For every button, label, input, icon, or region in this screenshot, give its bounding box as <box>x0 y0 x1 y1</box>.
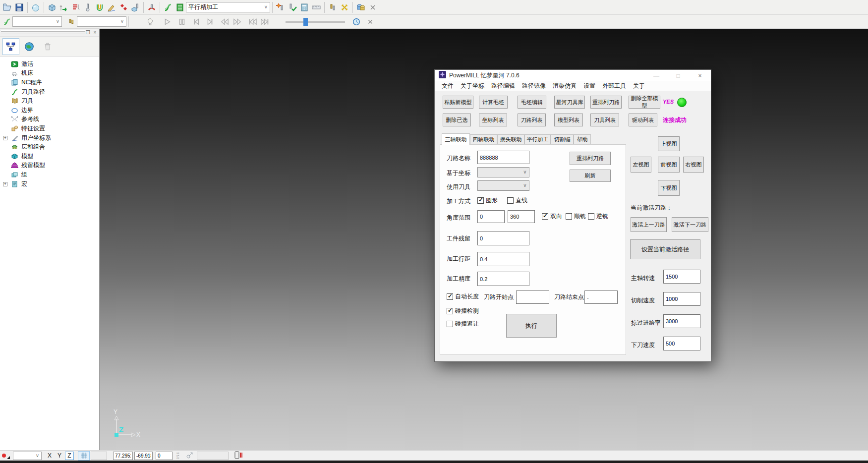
tab-saw[interactable]: 切割锯 <box>551 134 574 145</box>
tree-item-group[interactable]: 组 <box>0 170 99 179</box>
auto-length-checkbox[interactable] <box>447 293 453 300</box>
close-button[interactable]: × <box>689 70 711 81</box>
climb-checkbox[interactable] <box>566 213 572 220</box>
block-icon[interactable] <box>46 1 58 13</box>
coord-y-field[interactable] <box>134 452 153 460</box>
tree-item-workplane[interactable]: +用户坐标系 <box>0 133 99 143</box>
tool-check-icon[interactable] <box>287 1 298 13</box>
spindle-speed-input[interactable] <box>663 270 700 284</box>
conventional-checkbox[interactable] <box>588 213 594 220</box>
set-active-path-button[interactable]: 设置当前激活路径 <box>630 239 700 259</box>
tab-parallel[interactable]: 平行加工 <box>524 134 551 145</box>
start-point-input[interactable] <box>516 290 549 304</box>
view-bottom-button[interactable]: 下视图 <box>658 180 680 196</box>
tree-item-tools[interactable]: 刀具 <box>0 96 99 106</box>
line-checkbox[interactable] <box>507 197 514 204</box>
collision-check-icon[interactable] <box>146 1 158 13</box>
float-panel-icon[interactable]: ❐ <box>85 29 91 36</box>
tool-pair-icon[interactable] <box>327 1 339 13</box>
tool-icon[interactable] <box>66 16 77 27</box>
maximize-button[interactable]: □ <box>667 70 689 81</box>
toolpath-block-icon[interactable] <box>129 1 141 13</box>
toolpath-name-input[interactable] <box>477 151 529 164</box>
rewind-icon[interactable] <box>219 16 230 27</box>
tree-item-toolpath[interactable]: 刀具路径 <box>0 87 99 97</box>
menu-path-edit[interactable]: 路径编辑 <box>488 81 518 91</box>
refresh-button[interactable]: 刷新 <box>570 170 611 182</box>
strategy-list-icon[interactable] <box>174 1 186 13</box>
grid-toggle-button[interactable] <box>78 451 90 461</box>
tree-item-machine[interactable]: 机床 <box>0 69 99 78</box>
tool-spark-icon[interactable] <box>275 1 287 13</box>
skim-feed-input[interactable] <box>663 314 700 328</box>
activate-prev-button[interactable]: 激活上一刀路 <box>631 217 667 232</box>
collision-avoid-checkbox[interactable] <box>447 321 453 327</box>
menu-file[interactable]: 文件 <box>439 81 457 91</box>
pause-icon[interactable] <box>176 16 187 27</box>
menu-external-tools[interactable]: 外部工具 <box>599 81 629 91</box>
execute-button[interactable]: 执行 <box>506 314 557 338</box>
strategy-combobox[interactable]: 平行精加工 ˅ <box>186 2 270 12</box>
drag-handle[interactable] <box>1 33 85 34</box>
go-end-icon[interactable] <box>260 16 271 27</box>
save-project-icon[interactable] <box>13 1 25 13</box>
drag-handle[interactable] <box>1 30 85 32</box>
tree-item-activate[interactable]: 激活 <box>0 59 99 69</box>
calculator-icon[interactable] <box>298 1 310 13</box>
base-coord-combobox[interactable]: ˅ <box>477 167 529 177</box>
tree-item-stock-model[interactable]: 残留模型 <box>0 161 99 171</box>
boundary-icon[interactable] <box>94 1 106 13</box>
menu-settings[interactable]: 设置 <box>580 81 598 91</box>
tree-item-macro[interactable]: +宏 <box>0 179 99 189</box>
toolpath-icon[interactable] <box>1 16 12 27</box>
angle-start-input[interactable] <box>477 210 505 223</box>
tree-item-model[interactable]: 模型 <box>0 152 99 161</box>
swap-axes-icon[interactable] <box>339 1 350 13</box>
feeds-speeds-icon[interactable] <box>70 1 82 13</box>
cutting-feed-input[interactable] <box>663 292 700 306</box>
sim-tool-combobox[interactable]: ˅ <box>77 16 126 27</box>
open-project-icon[interactable] <box>1 1 13 13</box>
calc-blank-button[interactable]: 计算毛坯 <box>479 96 508 109</box>
view-front-button[interactable]: 前视图 <box>658 157 680 173</box>
tool-icon[interactable] <box>82 1 94 13</box>
slider-thumb[interactable] <box>303 18 308 26</box>
tolerance-input[interactable] <box>477 272 529 286</box>
bidirectional-checkbox[interactable] <box>542 213 548 220</box>
expand-icon[interactable]: + <box>3 136 7 140</box>
menu-about[interactable]: 关于 <box>630 81 648 91</box>
close-toolbar-icon[interactable] <box>365 16 376 27</box>
status-combobox[interactable]: ˅ <box>13 452 42 460</box>
view-right-button[interactable]: 右视图 <box>683 157 704 173</box>
pattern-icon[interactable] <box>106 1 117 13</box>
expand-icon[interactable]: + <box>3 182 7 186</box>
sim-speed-slider[interactable] <box>286 17 345 26</box>
lightbulb-icon[interactable] <box>145 16 156 27</box>
menu-about-coords[interactable]: 关于坐标 <box>458 81 487 91</box>
coord-list-button[interactable]: 坐标列表 <box>479 114 507 126</box>
axis-x-button[interactable]: X <box>46 452 54 460</box>
rapid-heights-icon[interactable] <box>58 1 70 13</box>
tree-item-pattern[interactable]: 参考线 <box>0 115 99 124</box>
blank-icon[interactable] <box>30 1 42 13</box>
toolpath-icon[interactable] <box>162 1 174 13</box>
stock-remain-input[interactable] <box>477 231 529 245</box>
measure-icon[interactable] <box>310 1 322 13</box>
axis-y-button[interactable]: Y <box>56 452 63 460</box>
coord-x-field[interactable] <box>113 452 133 460</box>
tree-item-boundary[interactable]: 边界 <box>0 106 99 115</box>
minimize-button[interactable]: — <box>645 70 667 81</box>
tool-library-button[interactable]: 星河刀具库 <box>554 96 585 109</box>
coord-z-field[interactable] <box>156 452 173 460</box>
tab-help[interactable]: 帮助 <box>574 134 591 145</box>
close-toolbar-icon[interactable] <box>367 1 379 13</box>
rearrange-button[interactable]: 重排列刀路 <box>570 152 611 165</box>
menu-render-sim[interactable]: 渲染仿真 <box>550 81 579 91</box>
view-left-button[interactable]: 左视图 <box>631 157 651 173</box>
rearrange-toolpaths-button[interactable]: 重排列刀路 <box>590 96 622 109</box>
go-start-icon[interactable] <box>247 16 258 27</box>
step-back-icon[interactable] <box>191 16 202 27</box>
delete-selected-button[interactable]: 删除已选 <box>443 114 471 126</box>
workplane-compass-icon[interactable] <box>186 451 194 460</box>
clipboard-columns-icon[interactable] <box>234 451 243 460</box>
